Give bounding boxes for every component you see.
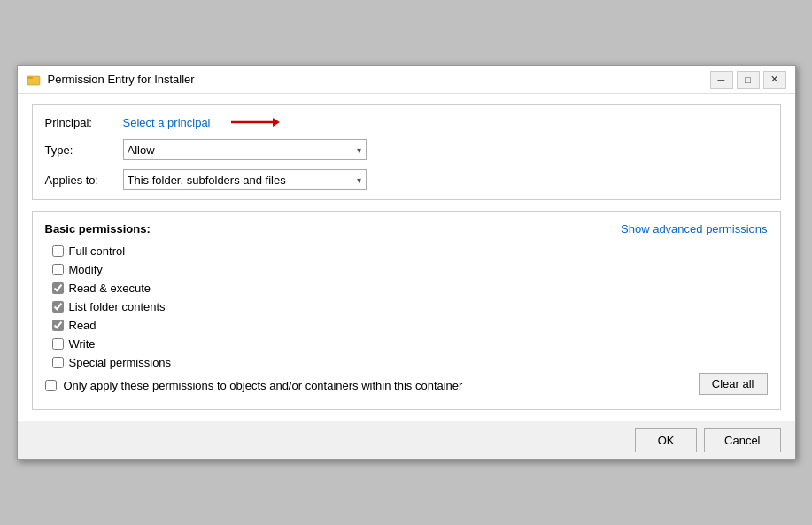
permission-entry-dialog: Permission Entry for Installer ─ □ ✕ Pri… [17,65,796,460]
list-item: Write [52,337,768,351]
list-item: Read [52,319,768,332]
clear-all-button[interactable]: Clear all [699,373,768,395]
svg-marker-3 [273,118,280,127]
principal-label: Principal: [45,116,116,129]
svg-rect-1 [27,77,33,79]
list-item: Modify [52,263,768,276]
type-select[interactable]: Allow Deny [123,139,367,160]
maximize-button[interactable]: □ [737,71,760,89]
permissions-action-row: Only apply these permissions to objects … [45,373,768,395]
permissions-header: Basic permissions: Show advanced permiss… [45,222,768,235]
dialog-title: Permission Entry for Installer [48,73,703,86]
applies-to-select-wrapper: This folder, subfolders and files This f… [123,169,367,190]
write-label: Write [69,337,96,351]
close-button[interactable]: ✕ [763,71,786,89]
show-advanced-link[interactable]: Show advanced permissions [621,222,767,235]
list-folder-contents-checkbox[interactable] [52,301,64,313]
read-checkbox[interactable] [52,320,64,331]
permissions-title: Basic permissions: [45,222,151,235]
window-controls: ─ □ ✕ [710,71,786,89]
list-item: Special permissions [52,356,768,369]
title-bar: Permission Entry for Installer ─ □ ✕ [18,66,795,94]
applies-to-select[interactable]: This folder, subfolders and files This f… [123,169,367,190]
only-apply-row: Only apply these permissions to objects … [45,379,463,392]
modify-checkbox[interactable] [52,264,64,275]
applies-to-label: Applies to: [45,174,116,187]
list-item: Read & execute [52,282,768,295]
special-permissions-label: Special permissions [69,356,172,369]
permissions-section: Basic permissions: Show advanced permiss… [32,211,781,410]
cancel-button[interactable]: Cancel [704,428,780,452]
modify-label: Modify [69,263,103,276]
dialog-icon [27,73,41,87]
type-row: Type: Allow Deny [45,139,768,160]
dialog-body: Principal: Select a principal Type: Allo… [18,94,795,421]
type-label: Type: [45,143,116,157]
special-permissions-checkbox[interactable] [52,357,64,368]
footer-bar: OK Cancel [18,421,795,459]
applies-to-row: Applies to: This folder, subfolders and … [45,169,768,190]
only-apply-label: Only apply these permissions to objects … [64,379,463,392]
read-execute-checkbox[interactable] [52,282,64,294]
list-folder-contents-label: List folder contents [69,300,166,313]
read-label: Read [69,319,97,332]
minimize-button[interactable]: ─ [710,71,733,89]
full-control-label: Full control [69,244,126,258]
principal-row: Principal: Select a principal [45,114,768,130]
read-execute-label: Read & execute [69,282,151,295]
only-apply-checkbox[interactable] [45,380,57,391]
select-principal-link[interactable]: Select a principal [123,116,211,129]
full-control-checkbox[interactable] [52,245,64,257]
write-checkbox[interactable] [52,338,64,350]
principal-arrow-icon [227,114,280,130]
list-item: List folder contents [52,300,768,313]
permissions-list: Full control Modify Read & execute List … [45,244,768,369]
ok-button[interactable]: OK [635,428,697,452]
type-select-wrapper: Allow Deny [123,139,367,160]
list-item: Full control [52,244,768,258]
info-section: Principal: Select a principal Type: Allo… [32,104,781,200]
